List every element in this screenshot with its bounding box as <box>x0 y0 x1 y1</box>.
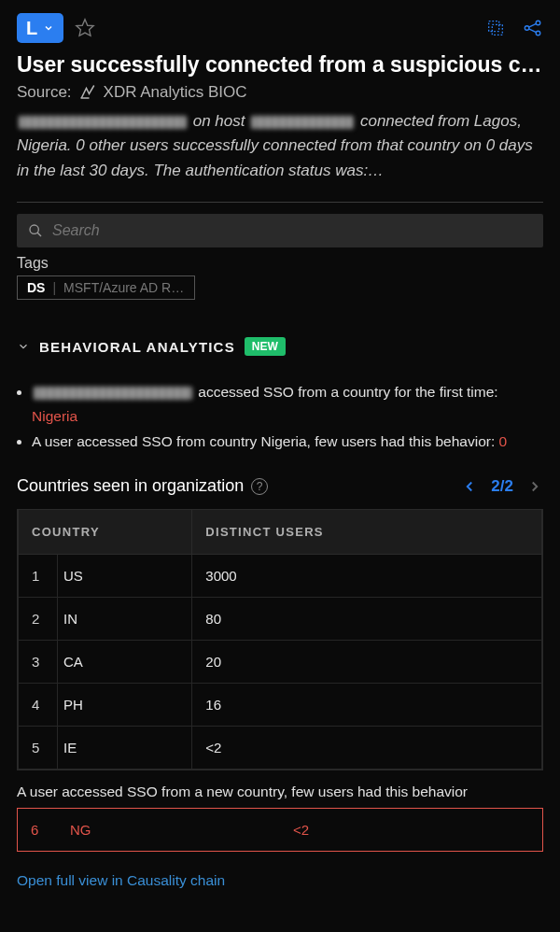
svg-marker-0 <box>77 20 93 35</box>
svg-point-3 <box>525 26 529 31</box>
table-row: 4PH16 <box>19 684 542 727</box>
severity-badge[interactable]: L <box>17 13 63 43</box>
countries-title: Countries seen in organization <box>17 476 244 496</box>
help-icon[interactable]: ? <box>251 478 268 495</box>
list-item: A user accessed SSO from country Nigeria… <box>32 430 543 454</box>
svg-point-4 <box>536 21 540 25</box>
tag-pill[interactable]: DS | MSFT/Azure AD Res… <box>17 275 195 300</box>
insight-list: accessed SSO from a country for the firs… <box>0 369 560 467</box>
svg-point-5 <box>536 31 540 35</box>
highlight-value: 0 <box>499 433 508 449</box>
highlight-note: A user accessed SSO from a new country, … <box>0 770 560 808</box>
countries-table: COUNTRY DISTINCT USERS 1US30002IN803CA20… <box>17 509 543 770</box>
svg-line-10 <box>37 233 41 236</box>
col-country: COUNTRY <box>19 510 192 555</box>
search-input[interactable] <box>52 222 532 239</box>
svg-line-6 <box>529 23 537 27</box>
open-causality-link[interactable]: Open full view in Causality chain <box>0 852 560 889</box>
pager: 2/2 <box>461 477 543 496</box>
table-row: 1US3000 <box>19 555 542 598</box>
top-bar: L <box>0 0 560 52</box>
severity-letter: L <box>26 19 37 37</box>
table-row: 5IE<2 <box>19 727 542 770</box>
table-row: 2IN80 <box>19 598 542 641</box>
source-value: XDR Analytics BIOC <box>104 83 247 102</box>
highlight-country: Nigeria <box>32 408 77 424</box>
svg-line-7 <box>529 29 537 33</box>
section-header[interactable]: BEHAVIORAL ANALYTICS NEW <box>0 337 560 369</box>
pager-next-button[interactable] <box>526 478 543 495</box>
svg-rect-1 <box>492 24 502 35</box>
tag-key: DS <box>27 280 45 295</box>
svg-point-9 <box>30 225 38 233</box>
search-icon <box>28 223 43 238</box>
pager-prev-button[interactable] <box>461 478 478 495</box>
pager-text: 2/2 <box>491 477 513 496</box>
source-label: Source: <box>17 83 72 102</box>
alert-header: User successfully connected from a suspi… <box>0 52 560 202</box>
graph-icon[interactable] <box>523 18 543 38</box>
highlight-row: 6NG <2 <box>17 808 543 852</box>
list-item: accessed SSO from a country for the firs… <box>32 380 543 430</box>
chevron-down-icon <box>17 340 30 353</box>
tags-label: Tags <box>17 255 543 272</box>
new-badge: NEW <box>245 337 286 356</box>
search-box[interactable] <box>17 214 543 247</box>
alert-description: on host connected from Lagos, Nigeria. 0… <box>17 109 543 183</box>
tag-value: MSFT/Azure AD Res… <box>63 280 185 295</box>
svg-rect-2 <box>489 21 499 32</box>
table-row: 3CA20 <box>19 641 542 684</box>
chevron-down-icon <box>43 22 54 34</box>
alert-title: User successfully connected from a suspi… <box>17 52 543 78</box>
col-users: DISTINCT USERS <box>192 510 542 555</box>
copy-icon[interactable] <box>485 18 506 38</box>
star-icon[interactable] <box>75 18 95 38</box>
analytics-icon <box>79 84 96 101</box>
section-title: BEHAVIORAL ANALYTICS <box>39 339 235 355</box>
